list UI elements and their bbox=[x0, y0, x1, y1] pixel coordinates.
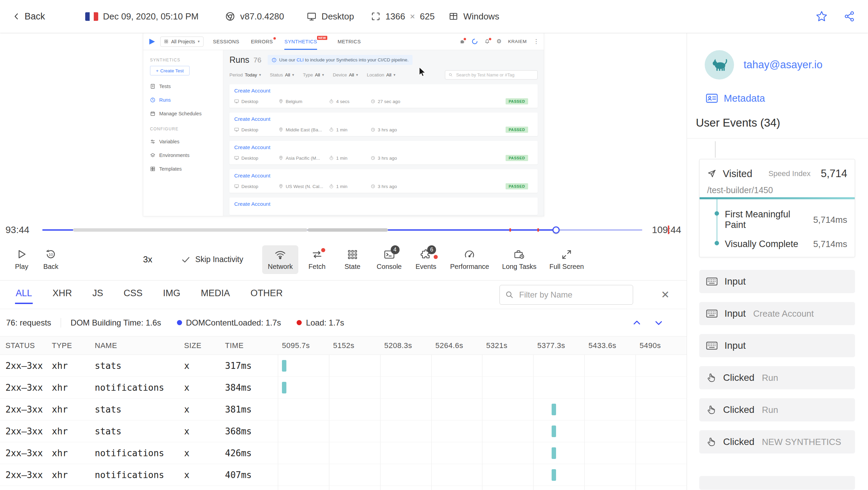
tool-long-tasks[interactable]: Long Tasks bbox=[497, 245, 542, 274]
replayed-filter-type: TypeAll▾ bbox=[303, 72, 324, 77]
request-timing-bar bbox=[282, 382, 286, 393]
tool-network[interactable]: Network bbox=[262, 245, 298, 274]
request-time: 407ms bbox=[225, 470, 252, 480]
clock-icon bbox=[371, 99, 375, 104]
user-event-card-clicked[interactable]: Clicked Run bbox=[699, 398, 855, 421]
metric-row: Visually Complete 5,714ms bbox=[725, 239, 847, 249]
column-size: SIZE bbox=[184, 341, 201, 350]
time-column-label: 5152s bbox=[333, 341, 354, 350]
tool-events[interactable]: Events 6 bbox=[409, 245, 443, 274]
replayed-sidebar-item-manage-schedules: Manage Schedules bbox=[143, 107, 223, 120]
column-status: STATUS bbox=[5, 341, 35, 350]
location-pin-icon bbox=[279, 156, 283, 160]
replayed-cli-banner: Use our CLI to include your Synthetics i… bbox=[268, 55, 413, 65]
network-tabs-bar: ALL XHR JS CSS IMG MEDIA OTHER ✕ bbox=[0, 280, 687, 309]
desktop-icon bbox=[234, 127, 239, 132]
network-tab-img[interactable]: IMG bbox=[162, 285, 181, 304]
time-column-label: 5490s bbox=[640, 341, 661, 350]
replayed-filter-location: LocationAll▾ bbox=[367, 72, 395, 77]
user-event-card-clicked[interactable]: Clicked Run bbox=[699, 366, 855, 389]
user-event-card-input[interactable]: Input Create Account bbox=[699, 302, 855, 325]
desktop-icon bbox=[234, 156, 239, 160]
request-type: xhr bbox=[52, 383, 68, 393]
network-tab-all[interactable]: ALL bbox=[15, 285, 33, 304]
time-column-label: 5377.3s bbox=[537, 341, 565, 350]
pointer-hand-icon bbox=[706, 373, 716, 383]
chevron-down-icon[interactable] bbox=[653, 317, 664, 328]
play-button[interactable]: Play bbox=[15, 248, 28, 271]
playback-speed-button[interactable]: 3x bbox=[143, 254, 152, 265]
state-grid-icon bbox=[347, 249, 358, 260]
column-name: NAME bbox=[95, 341, 117, 350]
network-request-row[interactable]: 2xx–3xx xhr stats x 317ms bbox=[0, 355, 687, 377]
replayed-project-selector: All Projects ▾ bbox=[160, 37, 204, 47]
page-load-timeline bbox=[700, 197, 855, 199]
chevron-down-icon: ▾ bbox=[259, 73, 261, 77]
replayed-sidebar-item-runs: Runs bbox=[143, 93, 223, 107]
metadata-button[interactable]: Metadata bbox=[687, 80, 868, 105]
user-event-card-input[interactable]: Input bbox=[699, 270, 855, 293]
column-time: TIME bbox=[225, 341, 244, 350]
chevron-down-icon: ▾ bbox=[292, 73, 294, 77]
playhead[interactable] bbox=[552, 227, 559, 234]
filter-by-name-input[interactable] bbox=[499, 285, 633, 305]
speed-index-value: 5,714 bbox=[821, 168, 847, 180]
network-request-row[interactable]: 2xx–3xx xhr notifications x 384ms bbox=[0, 377, 687, 399]
browser-version: v87.0.4280 bbox=[225, 11, 284, 22]
session-replay-app: Back Dec 09, 2020, 05:10 PM v87.0.4280 D… bbox=[0, 0, 868, 490]
replayed-runs-page: Runs 76 Use our CLI to include your Synt… bbox=[223, 50, 544, 216]
tool-performance[interactable]: Performance bbox=[445, 245, 495, 274]
request-name: notifications bbox=[95, 383, 164, 393]
replayed-user-name: KRAIEM bbox=[508, 39, 527, 44]
event-marker[interactable] bbox=[509, 228, 511, 232]
request-size: x bbox=[184, 404, 190, 415]
network-request-row[interactable]: 2xx–3xx xhr notifications x 407ms bbox=[0, 464, 687, 486]
request-size: x bbox=[184, 361, 190, 371]
user-event-card-input[interactable]: Input bbox=[699, 334, 855, 357]
user-event-card-clicked[interactable]: Clicked NEW SYNTHETICS bbox=[699, 430, 855, 453]
network-request-row[interactable]: 2xx–3xx xhr stats x 368ms bbox=[0, 420, 687, 442]
back-10s-button[interactable]: 10 Back bbox=[43, 248, 58, 271]
replayed-app-logo bbox=[148, 38, 156, 46]
inactivity-zone bbox=[73, 228, 308, 232]
session-date: Dec 09, 2020, 05:10 PM bbox=[85, 11, 198, 22]
request-type: xhr bbox=[52, 426, 68, 436]
network-tab-xhr[interactable]: XHR bbox=[52, 285, 73, 304]
request-type: xhr bbox=[52, 448, 68, 458]
keyboard-icon bbox=[706, 341, 718, 350]
replayed-page-title: Runs bbox=[229, 55, 249, 65]
timeline-track[interactable] bbox=[42, 229, 642, 231]
chevron-up-icon[interactable] bbox=[631, 317, 642, 328]
network-tab-js[interactable]: JS bbox=[92, 285, 104, 304]
tool-state[interactable]: State bbox=[336, 245, 369, 274]
replayed-run-card: Create Account Desktop Asia Pacific (M..… bbox=[229, 141, 538, 164]
request-status: 2xx–3xx bbox=[5, 361, 43, 371]
close-panel-icon[interactable]: ✕ bbox=[661, 289, 670, 301]
tool-full-screen[interactable]: Full Screen bbox=[544, 245, 589, 274]
visited-label: Visited bbox=[723, 168, 752, 179]
network-tab-media[interactable]: MEDIA bbox=[200, 285, 231, 304]
console-count-badge: 4 bbox=[391, 245, 400, 254]
replayed-filters-row: PeriodToday▾ StatusAll▾ TypeAll▾ DeviceA… bbox=[229, 70, 538, 80]
skip-inactivity-toggle[interactable]: Skip Inactivity bbox=[181, 255, 243, 264]
tool-fetch[interactable]: Fetch bbox=[300, 245, 334, 274]
keyboard-icon bbox=[706, 277, 718, 286]
load-dot bbox=[297, 320, 302, 325]
network-request-row[interactable]: 2xx–3xx xhr notifications x 426ms bbox=[0, 442, 687, 464]
replayed-filter-status: StatusAll▾ bbox=[270, 72, 294, 77]
device-type-text: Desktop bbox=[321, 11, 354, 22]
location-pin-icon bbox=[279, 99, 283, 104]
network-tab-other[interactable]: OTHER bbox=[250, 285, 284, 304]
back-button[interactable]: Back bbox=[12, 11, 45, 22]
screen-resolution: 1366 × 625 bbox=[371, 11, 435, 22]
stopwatch-icon bbox=[329, 99, 334, 104]
resolution-width: 1366 bbox=[386, 11, 405, 22]
share-icon[interactable] bbox=[843, 10, 856, 23]
network-tab-css[interactable]: CSS bbox=[123, 285, 144, 304]
request-size: x bbox=[184, 426, 190, 436]
network-request-row[interactable]: 2xx–3xx xhr stats x 381ms bbox=[0, 399, 687, 420]
tool-console[interactable]: Console 4 bbox=[371, 245, 407, 274]
favorite-star-icon[interactable] bbox=[815, 10, 828, 23]
event-marker[interactable] bbox=[537, 228, 539, 232]
visited-event-card[interactable]: Visited Speed Index 5,714 /test-builder/… bbox=[699, 159, 855, 257]
